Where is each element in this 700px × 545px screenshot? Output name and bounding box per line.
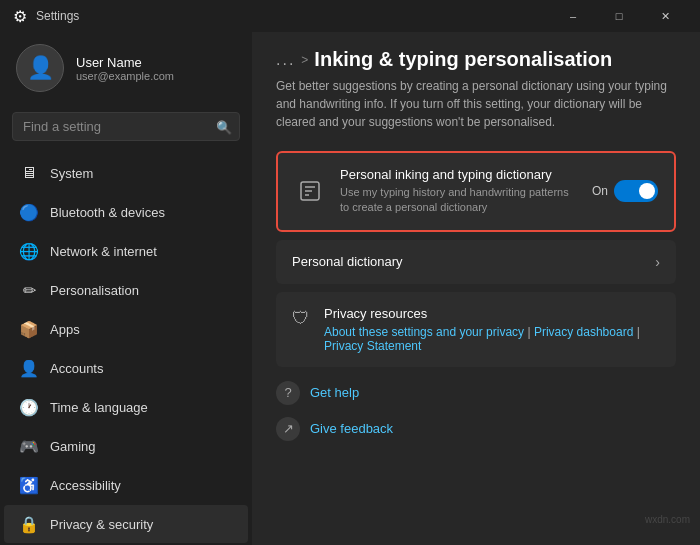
search-input[interactable] xyxy=(12,112,240,141)
sidebar-item-apps[interactable]: 📦 Apps xyxy=(4,310,248,348)
get-help-row[interactable]: ? Get help xyxy=(276,379,676,407)
title-bar: ⚙ Settings – □ ✕ xyxy=(0,0,700,32)
user-info: User Name user@example.com xyxy=(76,55,174,82)
privacy-link-1[interactable]: About these settings and your privacy xyxy=(324,325,524,339)
personalisation-icon: ✏ xyxy=(20,281,38,299)
gaming-icon: 🎮 xyxy=(20,437,38,455)
inking-setting-text: Personal inking and typing dictionary Us… xyxy=(340,167,578,216)
sidebar-item-network[interactable]: 🌐 Network & internet xyxy=(4,232,248,270)
sidebar-item-system[interactable]: 🖥 System xyxy=(4,154,248,192)
inking-card: Personal inking and typing dictionary Us… xyxy=(276,151,676,232)
user-name: User Name xyxy=(76,55,174,70)
sidebar-item-label: Time & language xyxy=(50,400,148,415)
sidebar-item-privacy[interactable]: 🔒 Privacy & security xyxy=(4,505,248,543)
network-icon: 🌐 xyxy=(20,242,38,260)
breadcrumb-sep: > xyxy=(301,53,308,67)
user-profile[interactable]: 👤 User Name user@example.com xyxy=(0,32,252,104)
page-description: Get better suggestions by creating a per… xyxy=(276,77,676,131)
give-feedback-label: Give feedback xyxy=(310,421,393,436)
sidebar-item-gaming[interactable]: 🎮 Gaming xyxy=(4,427,248,465)
privacy-links: About these settings and your privacy | … xyxy=(324,325,640,353)
inking-setting-title: Personal inking and typing dictionary xyxy=(340,167,578,182)
privacy-icon: 🔒 xyxy=(20,515,38,533)
search-icon: 🔍 xyxy=(216,119,232,134)
inking-setting-desc: Use my typing history and handwriting pa… xyxy=(340,185,578,216)
sidebar-item-time[interactable]: 🕐 Time & language xyxy=(4,388,248,426)
chevron-right-icon: › xyxy=(655,254,660,270)
inking-setting-row: Personal inking and typing dictionary Us… xyxy=(278,153,674,230)
personal-dictionary-card[interactable]: Personal dictionary › xyxy=(276,240,676,284)
inking-icon xyxy=(294,175,326,207)
watermark: wxdn.com xyxy=(645,514,690,525)
title-bar-title: Settings xyxy=(36,9,79,23)
inking-toggle-control[interactable]: On xyxy=(592,180,658,202)
toggle-label: On xyxy=(592,184,608,198)
sidebar-item-bluetooth[interactable]: 🔵 Bluetooth & devices xyxy=(4,193,248,231)
apps-icon: 📦 xyxy=(20,320,38,338)
search-box[interactable]: 🔍 xyxy=(12,112,240,141)
content-area: ... > Inking & typing personalisation Ge… xyxy=(252,32,700,545)
sidebar-item-label: Bluetooth & devices xyxy=(50,205,165,220)
privacy-link-2[interactable]: Privacy dashboard xyxy=(534,325,633,339)
sidebar-item-accessibility[interactable]: ♿ Accessibility xyxy=(4,466,248,504)
breadcrumb-dots: ... xyxy=(276,51,295,69)
privacy-content: Privacy resources About these settings a… xyxy=(324,306,640,353)
title-bar-left: ⚙ Settings xyxy=(12,8,79,24)
give-feedback-icon: ↗ xyxy=(276,417,300,441)
inking-toggle[interactable] xyxy=(614,180,658,202)
user-sub: user@example.com xyxy=(76,70,174,82)
bluetooth-icon: 🔵 xyxy=(20,203,38,221)
sidebar-item-label: Network & internet xyxy=(50,244,157,259)
accessibility-icon: ♿ xyxy=(20,476,38,494)
privacy-resources-card: 🛡 Privacy resources About these settings… xyxy=(276,292,676,367)
get-help-label: Get help xyxy=(310,385,359,400)
nav-list: 🖥 System 🔵 Bluetooth & devices 🌐 Network… xyxy=(0,149,252,545)
breadcrumb: ... > Inking & typing personalisation xyxy=(276,48,676,71)
sidebar-item-label: Accessibility xyxy=(50,478,121,493)
sidebar-item-label: Accounts xyxy=(50,361,103,376)
sidebar: 👤 User Name user@example.com 🔍 🖥 System … xyxy=(0,32,252,545)
sidebar-item-label: Personalisation xyxy=(50,283,139,298)
give-feedback-row[interactable]: ↗ Give feedback xyxy=(276,415,676,443)
avatar: 👤 xyxy=(16,44,64,92)
get-help-icon: ? xyxy=(276,381,300,405)
time-icon: 🕐 xyxy=(20,398,38,416)
personal-dictionary-row[interactable]: Personal dictionary › xyxy=(276,240,676,284)
help-links: ? Get help ↗ Give feedback xyxy=(276,379,676,443)
maximize-button[interactable]: □ xyxy=(596,0,642,32)
minimize-button[interactable]: – xyxy=(550,0,596,32)
breadcrumb-title: Inking & typing personalisation xyxy=(314,48,612,71)
privacy-link-3[interactable]: Privacy Statement xyxy=(324,339,421,353)
close-button[interactable]: ✕ xyxy=(642,0,688,32)
privacy-resources-title: Privacy resources xyxy=(324,306,640,321)
sidebar-item-personalisation[interactable]: ✏ Personalisation xyxy=(4,271,248,309)
title-bar-controls: – □ ✕ xyxy=(550,0,688,32)
shield-icon: 🛡 xyxy=(292,308,310,353)
app-container: 👤 User Name user@example.com 🔍 🖥 System … xyxy=(0,32,700,545)
accounts-icon: 👤 xyxy=(20,359,38,377)
sidebar-item-accounts[interactable]: 👤 Accounts xyxy=(4,349,248,387)
sidebar-item-label: System xyxy=(50,166,93,181)
settings-app-icon: ⚙ xyxy=(12,8,28,24)
sidebar-item-label: Gaming xyxy=(50,439,96,454)
system-icon: 🖥 xyxy=(20,164,38,182)
sidebar-item-label: Privacy & security xyxy=(50,517,153,532)
personal-dictionary-label: Personal dictionary xyxy=(292,254,641,269)
sidebar-item-label: Apps xyxy=(50,322,80,337)
